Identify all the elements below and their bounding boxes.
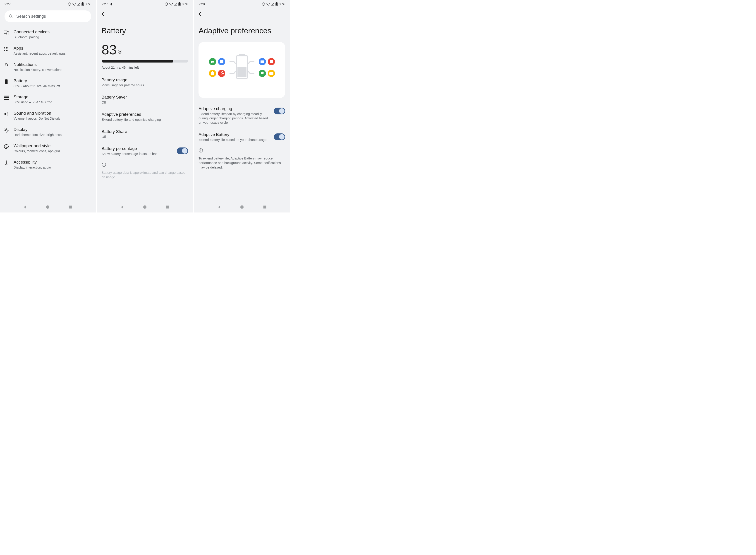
- subtitle: 83% - About 21 hrs, 46 mins left: [13, 84, 60, 88]
- brightness-icon: [4, 128, 9, 133]
- svg-line-31: [8, 129, 8, 129]
- svg-point-33: [6, 145, 6, 146]
- subtitle: Bluetooth, pairing: [13, 35, 50, 39]
- back-button[interactable]: [102, 12, 107, 16]
- svg-point-11: [7, 47, 8, 48]
- page-title: Adaptive preferences: [194, 19, 290, 42]
- row-adaptive-preferences[interactable]: Adaptive preferencesExtend battery life …: [97, 108, 193, 126]
- item-connected-devices[interactable]: Connected devicesBluetooth, pairing: [2, 26, 94, 43]
- nav-bar: [194, 202, 290, 212]
- svg-point-34: [7, 146, 7, 146]
- wifi-icon: [73, 2, 76, 6]
- svg-rect-22: [4, 99, 9, 100]
- svg-point-75: [240, 206, 243, 209]
- row-battery-usage[interactable]: Battery usageView usage for past 24 hour…: [97, 74, 193, 91]
- title: Storage: [13, 94, 52, 99]
- search-placeholder: Search settings: [16, 14, 46, 19]
- svg-rect-3: [82, 2, 83, 3]
- title: Display: [13, 127, 61, 132]
- status-battery-pct: 83%: [279, 2, 285, 6]
- row-battery-saver[interactable]: Battery SaverOff: [97, 91, 193, 108]
- battery-level: 83%: [97, 42, 193, 57]
- svg-rect-21: [4, 97, 9, 98]
- nav-bar: [0, 202, 96, 212]
- svg-rect-19: [5, 79, 8, 84]
- battery-status-icon: [276, 2, 278, 6]
- accessibility-icon: [4, 160, 9, 165]
- toggle-battery-percentage[interactable]: [177, 147, 188, 154]
- back-button[interactable]: [198, 12, 204, 16]
- row-battery-share[interactable]: Battery ShareOff: [97, 126, 193, 143]
- nav-home[interactable]: [239, 205, 244, 210]
- nav-back[interactable]: [217, 205, 222, 210]
- toggle-adaptive-charging[interactable]: [274, 108, 285, 115]
- toggle-adaptive-battery[interactable]: [274, 133, 285, 140]
- svg-point-14: [7, 48, 8, 49]
- svg-rect-37: [69, 206, 72, 209]
- nav-home[interactable]: [45, 205, 50, 210]
- battery-icon: [5, 79, 8, 84]
- dnd-icon: [164, 2, 168, 6]
- svg-rect-58: [220, 60, 223, 63]
- item-display[interactable]: DisplayDark theme, font size, brightness: [2, 124, 94, 140]
- svg-point-23: [5, 129, 7, 131]
- svg-rect-42: [179, 3, 180, 5]
- svg-point-12: [4, 48, 5, 49]
- nav-back[interactable]: [120, 205, 125, 210]
- item-sound[interactable]: Sound and vibrationVolume, haptics, Do N…: [2, 108, 94, 124]
- row-adaptive-battery[interactable]: Adaptive BatteryExtend battery life base…: [194, 128, 290, 146]
- svg-rect-55: [237, 67, 246, 77]
- subtitle: 58% used – 53.47 GB free: [13, 100, 52, 104]
- info-text: Battery usage data is approximate and ca…: [97, 169, 193, 184]
- title: Notifications: [13, 62, 62, 67]
- title: Accessibility: [13, 160, 51, 165]
- row-battery-percentage[interactable]: Battery percentageShow battery percentag…: [97, 142, 193, 160]
- status-time: 2:28: [198, 2, 205, 6]
- svg-point-62: [218, 70, 225, 77]
- battery-screen: 2:27 83% Battery 83% About 21 hrs, 46 mi…: [97, 0, 193, 212]
- signal-icon: [271, 2, 274, 6]
- svg-line-6: [11, 17, 13, 18]
- item-apps[interactable]: AppsAssistant, recent apps, default apps: [2, 43, 94, 59]
- subtitle: Dark theme, font size, brightness: [13, 133, 61, 137]
- svg-point-32: [5, 146, 5, 146]
- svg-point-17: [7, 50, 8, 51]
- search-settings[interactable]: Search settings: [4, 10, 91, 22]
- title: Wallpaper and style: [13, 143, 60, 148]
- svg-rect-45: [104, 165, 104, 166]
- svg-point-16: [6, 50, 7, 51]
- battery-estimate: About 21 hrs, 46 mins left: [97, 66, 193, 74]
- subtitle: Colours, themed icons, app grid: [13, 149, 60, 153]
- storage-icon: [4, 96, 9, 100]
- svg-point-35: [6, 160, 7, 162]
- svg-rect-54: [239, 54, 245, 56]
- item-wallpaper[interactable]: Wallpaper and styleColours, themed icons…: [2, 140, 94, 157]
- adaptive-hero-illustration: [198, 42, 285, 98]
- svg-line-30: [5, 132, 5, 132]
- status-bar: 2:27 83%: [0, 0, 96, 8]
- item-storage[interactable]: Storage58% used – 53.47 GB free: [2, 91, 94, 108]
- subtitle: Display, interaction, audio: [13, 165, 51, 170]
- svg-point-10: [6, 47, 7, 48]
- send-icon: [109, 2, 112, 6]
- row-adaptive-charging[interactable]: Adaptive chargingExtend battery lifespan…: [194, 102, 290, 128]
- svg-point-63: [222, 71, 223, 72]
- search-icon: [9, 14, 13, 18]
- nav-recents[interactable]: [165, 205, 170, 210]
- nav-recents[interactable]: [262, 205, 267, 210]
- nav-home[interactable]: [142, 205, 147, 210]
- subtitle: Volume, haptics, Do Not Disturb: [13, 117, 60, 121]
- nav-recents[interactable]: [68, 205, 73, 210]
- battery-progress-fill: [102, 60, 174, 62]
- devices-icon: [4, 30, 9, 35]
- nav-back[interactable]: [22, 205, 28, 210]
- signal-icon: [174, 2, 177, 6]
- svg-point-44: [104, 164, 104, 164]
- svg-rect-74: [201, 150, 201, 152]
- item-accessibility[interactable]: AccessibilityDisplay, interaction, audio: [2, 157, 94, 173]
- title: Battery: [13, 78, 60, 83]
- svg-point-46: [143, 206, 146, 209]
- item-notifications[interactable]: NotificationsNotification history, conve…: [2, 59, 94, 75]
- item-battery[interactable]: Battery83% - About 21 hrs, 46 mins left: [2, 75, 94, 91]
- svg-rect-51: [276, 2, 277, 3]
